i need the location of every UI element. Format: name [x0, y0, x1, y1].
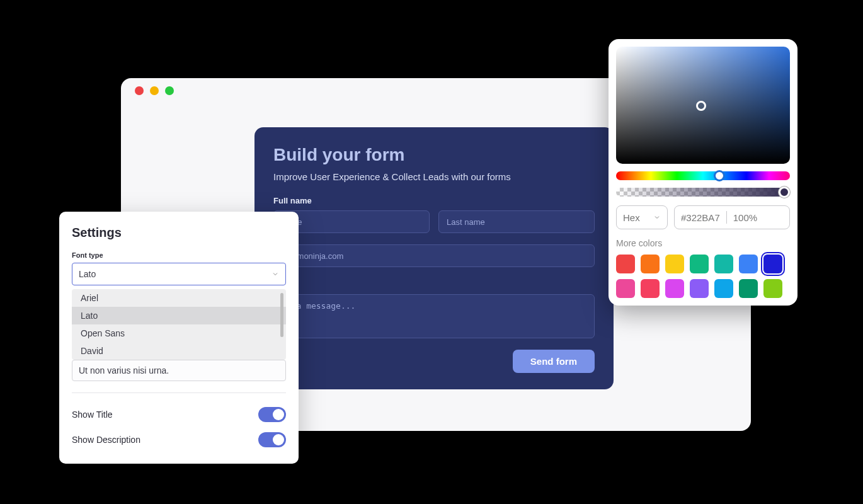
swatch-grid — [616, 255, 790, 298]
font-option-lato[interactable]: Lato — [72, 307, 286, 324]
show-title-toggle[interactable] — [258, 407, 286, 422]
alpha-slider-thumb[interactable] — [779, 186, 790, 198]
font-type-select[interactable]: Lato — [72, 263, 286, 285]
color-swatch[interactable] — [714, 255, 733, 273]
color-swatch[interactable] — [616, 279, 635, 298]
show-description-toggle[interactable] — [258, 432, 286, 447]
font-option-david[interactable]: David — [72, 342, 286, 360]
settings-divider — [72, 392, 286, 393]
last-name-input[interactable] — [438, 210, 595, 233]
color-swatch[interactable] — [739, 255, 758, 273]
form-subtitle: Improve User Experience & Collect Leads … — [273, 171, 595, 182]
color-opacity-value: 100% — [733, 212, 757, 223]
color-hex-value: #322BA7 — [681, 212, 720, 223]
color-swatch[interactable] — [616, 255, 635, 273]
value-separator — [726, 211, 727, 224]
font-type-label: Font type — [72, 251, 286, 259]
font-option-opensans[interactable]: Open Sans — [72, 324, 286, 342]
color-swatch[interactable] — [641, 255, 660, 273]
window-close-icon[interactable] — [135, 86, 144, 95]
font-type-value: Lato — [79, 269, 96, 279]
settings-panel: Settings Font type Lato Ariel Lato Open … — [59, 212, 299, 464]
chevron-down-icon — [653, 214, 661, 221]
send-form-button[interactable]: Send form — [513, 350, 595, 373]
color-swatch[interactable] — [763, 279, 782, 298]
color-swatch[interactable] — [714, 279, 733, 298]
color-swatch[interactable] — [763, 255, 782, 273]
color-swatch[interactable] — [665, 279, 684, 298]
description-textarea[interactable]: Ut non varius nisi urna. — [72, 360, 286, 381]
message-label — [273, 280, 595, 289]
color-swatch[interactable] — [739, 279, 758, 298]
window-maximize-icon[interactable] — [165, 86, 174, 95]
color-format-value: Hex — [623, 212, 640, 223]
form-card: Build your form Improve User Experience … — [254, 127, 614, 389]
message-textarea[interactable] — [273, 294, 595, 338]
alpha-slider[interactable] — [616, 188, 790, 197]
color-format-select[interactable]: Hex — [616, 205, 668, 229]
color-swatch[interactable] — [641, 279, 660, 298]
fullname-label: Full name — [273, 196, 595, 205]
settings-title: Settings — [72, 226, 286, 240]
more-colors-label: More colors — [616, 238, 790, 248]
color-picker-panel: Hex #322BA7 100% More colors — [609, 39, 797, 306]
color-gradient-area[interactable] — [616, 47, 790, 164]
chevron-down-icon — [271, 270, 279, 278]
font-type-dropdown: Ariel Lato Open Sans David — [72, 289, 286, 360]
gradient-cursor-icon[interactable] — [696, 101, 706, 111]
show-title-label: Show Title — [72, 410, 113, 420]
email-input[interactable] — [273, 244, 595, 267]
window-minimize-icon[interactable] — [150, 86, 159, 95]
color-swatch[interactable] — [690, 279, 709, 298]
color-value-input[interactable]: #322BA7 100% — [674, 205, 790, 229]
font-option-ariel[interactable]: Ariel — [72, 289, 286, 307]
form-title: Build your form — [273, 145, 595, 165]
show-description-label: Show Description — [72, 435, 140, 445]
color-swatch[interactable] — [665, 255, 684, 273]
hue-slider[interactable] — [616, 171, 790, 180]
color-swatch[interactable] — [690, 255, 709, 273]
hue-slider-thumb[interactable] — [714, 170, 725, 181]
